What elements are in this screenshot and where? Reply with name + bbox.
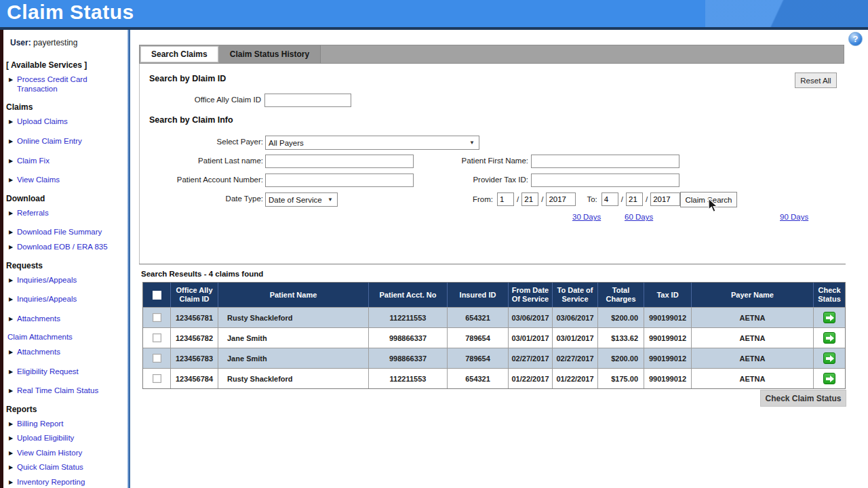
- row-checkbox[interactable]: [153, 333, 161, 342]
- arrow-bullet-icon: [9, 157, 17, 166]
- patient-account-number-input[interactable]: [265, 174, 414, 187]
- sidebar-item[interactable]: Upload Eligibility: [9, 434, 125, 443]
- sidebar-item[interactable]: Inquiries/Appeals: [9, 295, 125, 304]
- from-day-input[interactable]: [521, 192, 538, 206]
- provider-tax-id-input[interactable]: [531, 174, 679, 187]
- row-checkbox[interactable]: [153, 354, 161, 363]
- cell-to-date: 03/06/2017: [552, 308, 597, 327]
- sidebar-item[interactable]: Quick Claim Status: [9, 463, 125, 472]
- select-all-checkbox[interactable]: [153, 291, 161, 300]
- claim-row: 123456781 Rusty Shackleford 112211553 65…: [143, 307, 845, 327]
- sidebar-item[interactable]: Billing Report: [9, 420, 125, 429]
- sidebar-item[interactable]: View Claims: [9, 176, 125, 185]
- sidebar-item[interactable]: Attachments: [9, 348, 125, 357]
- column-header: Patient Acct. No: [368, 283, 447, 307]
- sidebar-item[interactable]: Process Credit Card Transaction: [9, 75, 125, 94]
- check-status-arrow-button[interactable]: [823, 373, 835, 384]
- quick-range-link[interactable]: 30 Days: [572, 213, 620, 221]
- column-header: To Date of Service: [552, 283, 597, 307]
- quick-range-links: 30 Days60 Days90 Days: [572, 213, 859, 221]
- cell-from-date: 02/27/2017: [508, 348, 552, 368]
- sidebar-item[interactable]: Eligibility Request: [9, 367, 125, 377]
- tab[interactable]: Claim Status History: [219, 45, 321, 63]
- sidebar-item-label: Claim Attachments: [7, 333, 73, 342]
- help-icon[interactable]: ?: [848, 32, 863, 46]
- cell-patient-name: Rusty Shackleford: [218, 308, 368, 327]
- sidebar-item[interactable]: Inventory Reporting: [9, 478, 125, 487]
- to-month-input[interactable]: [601, 192, 618, 206]
- row-checkbox-cell: [143, 328, 170, 348]
- date-type-value: Date of Service: [269, 196, 322, 204]
- table-body: 123456781 Rusty Shackleford 112211553 65…: [143, 307, 845, 388]
- date-type-label: Date Type:: [149, 195, 263, 203]
- sidebar-item[interactable]: Download File Summary: [9, 228, 125, 237]
- office-ally-claim-id-input[interactable]: [264, 94, 351, 107]
- office-ally-claim-id-label: Office Ally Claim ID: [149, 96, 261, 104]
- cell-payer-name: AETNA: [691, 348, 813, 368]
- to-day-input[interactable]: [626, 192, 643, 206]
- to-label: To:: [587, 195, 597, 203]
- arrow-bullet-icon: [9, 228, 17, 237]
- sidebar-item[interactable]: Inquiries/Appeals: [9, 276, 125, 285]
- from-month-input[interactable]: [497, 192, 514, 206]
- quick-range-link[interactable]: 60 Days: [625, 213, 775, 221]
- sidebar-item[interactable]: Download EOB / ERA 835: [9, 243, 125, 252]
- arrow-bullet-icon: [9, 348, 17, 357]
- row-checkbox[interactable]: [153, 313, 161, 322]
- sidebar-item-label: Upload Claims: [17, 117, 68, 127]
- cell-insured-id: 654321: [447, 308, 508, 327]
- sidebar-item[interactable]: Real Time Claim Status: [9, 386, 125, 396]
- row-checkbox[interactable]: [153, 374, 161, 383]
- cell-insured-id: 789654: [447, 328, 508, 348]
- cell-patient-acct-no: 112211553: [368, 308, 447, 327]
- tab-bar: Search Claims Claim Status History: [139, 45, 844, 64]
- from-label: From:: [473, 195, 493, 203]
- date-range-group: From: / / To: / /: [473, 192, 680, 206]
- reset-all-button[interactable]: Reset All: [795, 73, 837, 88]
- check-status-arrow-button[interactable]: [823, 332, 835, 344]
- tab-label: Claim Status History: [230, 49, 309, 59]
- patient-last-name-input[interactable]: [265, 155, 414, 168]
- sidebar-item[interactable]: Upload Claims: [9, 117, 125, 127]
- sidebar-item-label: Quick Claim Status: [17, 463, 83, 472]
- from-year-input[interactable]: [546, 192, 576, 206]
- sidebar-item[interactable]: Claim Fix: [9, 157, 125, 166]
- cell-check-status: [813, 348, 845, 368]
- to-year-input[interactable]: [650, 192, 680, 206]
- arrow-bullet-icon: [9, 276, 17, 285]
- sidebar-item-label: Attachments: [17, 314, 60, 324]
- claim-row: 123456782 Jane Smith 998866337 789654 03…: [143, 327, 845, 348]
- date-separator: /: [646, 195, 648, 203]
- sidebar-item[interactable]: Claim Attachments: [9, 333, 125, 342]
- check-status-arrow-button[interactable]: [823, 352, 835, 364]
- tab[interactable]: Search Claims: [140, 46, 218, 62]
- sidebar-item[interactable]: Attachments: [9, 314, 125, 324]
- claim-search-button[interactable]: Claim Search: [680, 192, 737, 207]
- quick-range-link[interactable]: 90 Days: [780, 213, 859, 221]
- sidebar-item[interactable]: View Claim History: [9, 449, 125, 458]
- select-payer-dropdown[interactable]: All Payers: [265, 136, 479, 150]
- cell-total-charges: $133.62: [597, 328, 644, 348]
- check-status-arrow-button[interactable]: [823, 312, 835, 323]
- sidebar-item-label: Real Time Claim Status: [17, 386, 98, 396]
- arrow-bullet-icon: [9, 137, 17, 146]
- cell-check-status: [813, 369, 845, 388]
- row-checkbox-cell: [143, 348, 170, 368]
- sidebar-item: Download: [9, 194, 125, 203]
- sidebar-item[interactable]: Referrals: [9, 209, 125, 218]
- arrow-bullet-icon: [9, 434, 17, 443]
- check-claim-status-button[interactable]: Check Claim Status: [760, 390, 846, 407]
- arrow-bullet-icon: [9, 367, 17, 377]
- chevron-down-icon: [328, 197, 334, 203]
- tab-label: Search Claims: [151, 49, 208, 59]
- column-header: Check Status: [813, 283, 845, 307]
- date-type-dropdown[interactable]: Date of Service: [265, 192, 338, 207]
- select-payer-label: Select Payer:: [149, 138, 263, 146]
- column-header: From Date Of Service: [508, 283, 552, 307]
- patient-first-name-label: Patient First Name:: [420, 157, 528, 165]
- patient-first-name-input[interactable]: [531, 155, 679, 168]
- sidebar-item-label: Download EOB / ERA 835: [17, 243, 108, 252]
- sidebar-item[interactable]: Online Claim Entry: [9, 137, 125, 146]
- sidebar-item: Requests: [9, 261, 125, 270]
- sidebar-item-label: Requests: [6, 261, 43, 270]
